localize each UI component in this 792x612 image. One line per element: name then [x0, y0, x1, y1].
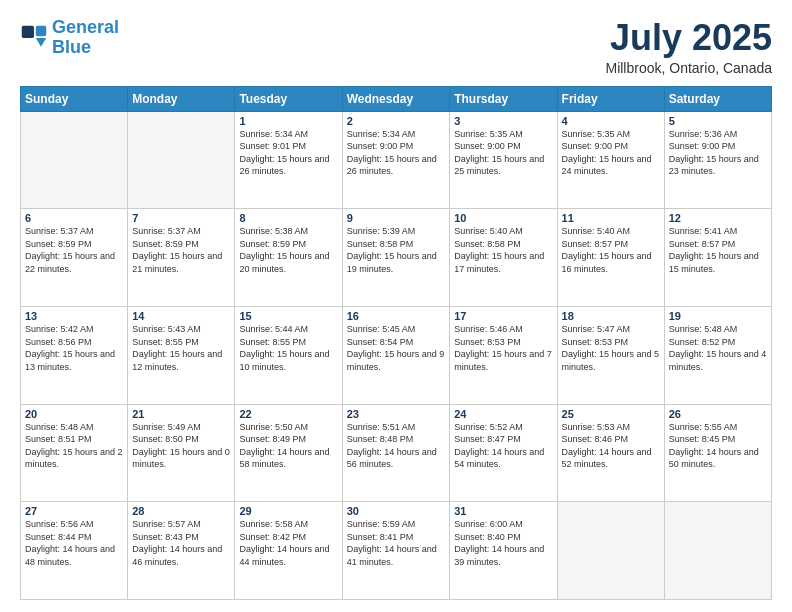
- col-monday: Monday: [128, 86, 235, 111]
- table-row: 10 Sunrise: 5:40 AMSunset: 8:58 PMDaylig…: [450, 209, 557, 307]
- day-detail: Sunrise: 5:37 AMSunset: 8:59 PMDaylight:…: [25, 226, 115, 274]
- day-number: 26: [669, 408, 767, 420]
- day-detail: Sunrise: 5:40 AMSunset: 8:57 PMDaylight:…: [562, 226, 652, 274]
- col-thursday: Thursday: [450, 86, 557, 111]
- svg-rect-0: [22, 26, 34, 38]
- day-detail: Sunrise: 5:48 AMSunset: 8:52 PMDaylight:…: [669, 324, 767, 372]
- day-number: 6: [25, 212, 123, 224]
- day-number: 4: [562, 115, 660, 127]
- day-number: 5: [669, 115, 767, 127]
- day-number: 18: [562, 310, 660, 322]
- day-detail: Sunrise: 5:51 AMSunset: 8:48 PMDaylight:…: [347, 422, 437, 470]
- day-detail: Sunrise: 5:43 AMSunset: 8:55 PMDaylight:…: [132, 324, 222, 372]
- day-detail: Sunrise: 6:00 AMSunset: 8:40 PMDaylight:…: [454, 519, 544, 567]
- table-row: 5 Sunrise: 5:36 AMSunset: 9:00 PMDayligh…: [664, 111, 771, 209]
- day-number: 30: [347, 505, 446, 517]
- day-detail: Sunrise: 5:48 AMSunset: 8:51 PMDaylight:…: [25, 422, 123, 470]
- logo-icon: [20, 24, 48, 52]
- day-number: 23: [347, 408, 446, 420]
- day-detail: Sunrise: 5:38 AMSunset: 8:59 PMDaylight:…: [239, 226, 329, 274]
- day-detail: Sunrise: 5:34 AMSunset: 9:01 PMDaylight:…: [239, 129, 329, 177]
- day-number: 28: [132, 505, 230, 517]
- table-row: [664, 502, 771, 600]
- table-row: 4 Sunrise: 5:35 AMSunset: 9:00 PMDayligh…: [557, 111, 664, 209]
- table-row: [557, 502, 664, 600]
- day-number: 19: [669, 310, 767, 322]
- table-row: 12 Sunrise: 5:41 AMSunset: 8:57 PMDaylig…: [664, 209, 771, 307]
- svg-rect-1: [36, 26, 47, 37]
- table-row: 27 Sunrise: 5:56 AMSunset: 8:44 PMDaylig…: [21, 502, 128, 600]
- table-row: 6 Sunrise: 5:37 AMSunset: 8:59 PMDayligh…: [21, 209, 128, 307]
- day-detail: Sunrise: 5:39 AMSunset: 8:58 PMDaylight:…: [347, 226, 437, 274]
- logo-line1: General: [52, 18, 119, 38]
- table-row: [21, 111, 128, 209]
- day-detail: Sunrise: 5:35 AMSunset: 9:00 PMDaylight:…: [454, 129, 544, 177]
- day-number: 17: [454, 310, 552, 322]
- table-row: 25 Sunrise: 5:53 AMSunset: 8:46 PMDaylig…: [557, 404, 664, 502]
- location: Millbrook, Ontario, Canada: [605, 60, 772, 76]
- day-number: 10: [454, 212, 552, 224]
- table-row: 9 Sunrise: 5:39 AMSunset: 8:58 PMDayligh…: [342, 209, 450, 307]
- logo-line2: Blue: [52, 38, 119, 58]
- day-detail: Sunrise: 5:46 AMSunset: 8:53 PMDaylight:…: [454, 324, 552, 372]
- day-number: 15: [239, 310, 337, 322]
- col-friday: Friday: [557, 86, 664, 111]
- table-row: 8 Sunrise: 5:38 AMSunset: 8:59 PMDayligh…: [235, 209, 342, 307]
- day-number: 7: [132, 212, 230, 224]
- col-sunday: Sunday: [21, 86, 128, 111]
- day-number: 22: [239, 408, 337, 420]
- table-row: 3 Sunrise: 5:35 AMSunset: 9:00 PMDayligh…: [450, 111, 557, 209]
- day-number: 31: [454, 505, 552, 517]
- table-row: 11 Sunrise: 5:40 AMSunset: 8:57 PMDaylig…: [557, 209, 664, 307]
- day-detail: Sunrise: 5:56 AMSunset: 8:44 PMDaylight:…: [25, 519, 115, 567]
- day-number: 1: [239, 115, 337, 127]
- day-number: 25: [562, 408, 660, 420]
- table-row: 28 Sunrise: 5:57 AMSunset: 8:43 PMDaylig…: [128, 502, 235, 600]
- day-detail: Sunrise: 5:55 AMSunset: 8:45 PMDaylight:…: [669, 422, 759, 470]
- table-row: 17 Sunrise: 5:46 AMSunset: 8:53 PMDaylig…: [450, 306, 557, 404]
- day-detail: Sunrise: 5:37 AMSunset: 8:59 PMDaylight:…: [132, 226, 222, 274]
- day-number: 14: [132, 310, 230, 322]
- svg-marker-2: [36, 38, 47, 47]
- table-row: 29 Sunrise: 5:58 AMSunset: 8:42 PMDaylig…: [235, 502, 342, 600]
- day-number: 24: [454, 408, 552, 420]
- day-detail: Sunrise: 5:34 AMSunset: 9:00 PMDaylight:…: [347, 129, 437, 177]
- day-detail: Sunrise: 5:50 AMSunset: 8:49 PMDaylight:…: [239, 422, 329, 470]
- calendar-header-row: Sunday Monday Tuesday Wednesday Thursday…: [21, 86, 772, 111]
- day-number: 3: [454, 115, 552, 127]
- day-number: 8: [239, 212, 337, 224]
- day-detail: Sunrise: 5:47 AMSunset: 8:53 PMDaylight:…: [562, 324, 660, 372]
- table-row: 15 Sunrise: 5:44 AMSunset: 8:55 PMDaylig…: [235, 306, 342, 404]
- day-detail: Sunrise: 5:52 AMSunset: 8:47 PMDaylight:…: [454, 422, 544, 470]
- logo: General Blue: [20, 18, 119, 58]
- day-detail: Sunrise: 5:57 AMSunset: 8:43 PMDaylight:…: [132, 519, 222, 567]
- day-detail: Sunrise: 5:59 AMSunset: 8:41 PMDaylight:…: [347, 519, 437, 567]
- col-wednesday: Wednesday: [342, 86, 450, 111]
- table-row: 16 Sunrise: 5:45 AMSunset: 8:54 PMDaylig…: [342, 306, 450, 404]
- day-number: 27: [25, 505, 123, 517]
- title-block: July 2025 Millbrook, Ontario, Canada: [605, 18, 772, 76]
- table-row: 31 Sunrise: 6:00 AMSunset: 8:40 PMDaylig…: [450, 502, 557, 600]
- calendar: Sunday Monday Tuesday Wednesday Thursday…: [20, 86, 772, 600]
- table-row: 19 Sunrise: 5:48 AMSunset: 8:52 PMDaylig…: [664, 306, 771, 404]
- table-row: [128, 111, 235, 209]
- table-row: 13 Sunrise: 5:42 AMSunset: 8:56 PMDaylig…: [21, 306, 128, 404]
- day-number: 16: [347, 310, 446, 322]
- table-row: 7 Sunrise: 5:37 AMSunset: 8:59 PMDayligh…: [128, 209, 235, 307]
- day-number: 21: [132, 408, 230, 420]
- day-detail: Sunrise: 5:40 AMSunset: 8:58 PMDaylight:…: [454, 226, 544, 274]
- table-row: 26 Sunrise: 5:55 AMSunset: 8:45 PMDaylig…: [664, 404, 771, 502]
- day-number: 13: [25, 310, 123, 322]
- table-row: 22 Sunrise: 5:50 AMSunset: 8:49 PMDaylig…: [235, 404, 342, 502]
- table-row: 30 Sunrise: 5:59 AMSunset: 8:41 PMDaylig…: [342, 502, 450, 600]
- day-detail: Sunrise: 5:49 AMSunset: 8:50 PMDaylight:…: [132, 422, 230, 470]
- day-detail: Sunrise: 5:44 AMSunset: 8:55 PMDaylight:…: [239, 324, 329, 372]
- day-detail: Sunrise: 5:42 AMSunset: 8:56 PMDaylight:…: [25, 324, 115, 372]
- day-detail: Sunrise: 5:45 AMSunset: 8:54 PMDaylight:…: [347, 324, 445, 372]
- col-tuesday: Tuesday: [235, 86, 342, 111]
- page: General Blue July 2025 Millbrook, Ontari…: [0, 0, 792, 612]
- day-number: 2: [347, 115, 446, 127]
- table-row: 24 Sunrise: 5:52 AMSunset: 8:47 PMDaylig…: [450, 404, 557, 502]
- day-detail: Sunrise: 5:53 AMSunset: 8:46 PMDaylight:…: [562, 422, 652, 470]
- day-number: 20: [25, 408, 123, 420]
